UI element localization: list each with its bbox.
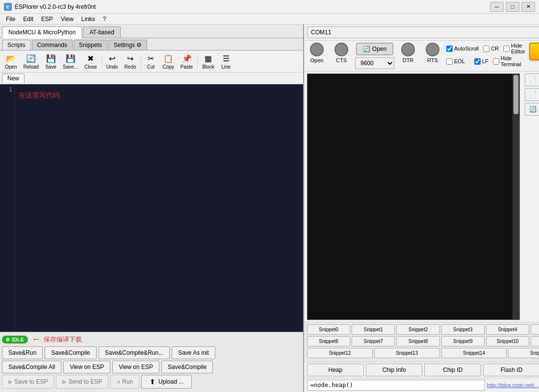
snippet12[interactable]: Snippet12 xyxy=(307,348,373,358)
terminal-thumb[interactable] xyxy=(513,75,518,114)
paste-icon: 📌 xyxy=(181,53,192,64)
app-icon: E xyxy=(4,3,12,11)
savecompilerun-button[interactable]: Save&Compile&Run... xyxy=(99,346,170,359)
chip-info-button[interactable]: Chip Info xyxy=(366,364,423,376)
send-input[interactable] xyxy=(307,380,485,391)
dtr-button[interactable]: DTR xyxy=(398,43,418,63)
copy-button[interactable]: 📋 Copy xyxy=(160,51,177,71)
saverun-button[interactable]: Save&Run xyxy=(2,346,43,359)
autoscroll-checkbox[interactable] xyxy=(446,46,453,52)
tab-snippets[interactable]: Snippets xyxy=(74,40,107,50)
rts-button[interactable]: RTS xyxy=(423,43,442,63)
snippet4[interactable]: Snippet4 xyxy=(486,324,529,335)
flash-id-button[interactable]: Flash ID xyxy=(483,364,539,376)
line-numbers: 1 xyxy=(0,84,15,332)
snippet8[interactable]: Snippet8 xyxy=(396,336,439,346)
snippet-row-2: Snippet12 Snippet13 Snippet14 Snippet15 xyxy=(307,348,539,358)
lf-checkbox[interactable] xyxy=(474,58,481,65)
eol-label: EOL xyxy=(454,58,465,64)
upload-button[interactable]: ⬆ Upload ... xyxy=(141,375,192,389)
cts-button[interactable]: CTS xyxy=(332,43,351,63)
bottom-btn-row-2: Save&Compile All View on ESP View on ESP… xyxy=(2,361,301,373)
savecompile2-button[interactable]: Save&Compile xyxy=(161,361,213,373)
title-bar: E ESPlorer v0.2.0-rc3 by 4refr0nt ─ □ ✕ xyxy=(0,0,539,14)
menu-edit[interactable]: Edit xyxy=(19,15,37,24)
undo-button[interactable]: ↩ Undo xyxy=(103,51,121,71)
eol-checkbox[interactable] xyxy=(446,58,453,65)
open-conn-button[interactable]: Open xyxy=(307,43,327,63)
snippet15[interactable]: Snippet15 xyxy=(508,348,539,358)
tab-commands[interactable]: Commands xyxy=(32,40,73,50)
snippet10[interactable]: Snippet10 xyxy=(486,336,529,346)
savecompileall-button[interactable]: Save&Compile All xyxy=(2,361,61,373)
snippet6[interactable]: Snippet6 xyxy=(307,336,350,346)
close-file-button[interactable]: ✖ Close xyxy=(81,51,100,71)
snippet14[interactable]: Snippet14 xyxy=(441,348,507,358)
save-button[interactable]: 💾 Save xyxy=(42,51,59,71)
minimize-button[interactable]: ─ xyxy=(490,2,504,12)
reload-button[interactable]: 🔄 Reload xyxy=(20,51,42,71)
menu-help[interactable]: ? xyxy=(99,15,110,24)
hide-terminal-checkbox[interactable] xyxy=(493,58,499,65)
reload-right-icon: 🔄 xyxy=(529,106,537,113)
menu-links[interactable]: Links xyxy=(77,15,99,24)
format-button[interactable]: 📄 Format xyxy=(525,74,539,86)
rts-indicator xyxy=(426,43,439,56)
snippet9[interactable]: Snippet9 xyxy=(441,336,485,346)
maximize-button[interactable]: □ xyxy=(506,2,519,12)
reload-right-button[interactable]: 🔄 Reload xyxy=(525,103,539,116)
hide-editor-label: Hide Editor xyxy=(511,43,525,54)
donate-button[interactable]: Donate xyxy=(529,43,539,60)
snippet13[interactable]: Snippet13 xyxy=(374,348,440,358)
editor-content[interactable]: 在这里写代码 xyxy=(15,84,303,332)
cr-checkbox[interactable] xyxy=(483,46,489,52)
menu-esp[interactable]: ESP xyxy=(37,15,57,24)
saveasinit-button[interactable]: Save As init xyxy=(172,346,215,359)
tab-new-file[interactable]: New xyxy=(2,74,25,83)
snippet11[interactable]: Snippet11 xyxy=(531,336,539,346)
menu-view[interactable]: View xyxy=(57,15,77,24)
open-serial-button[interactable]: 🔄 Open xyxy=(356,43,393,55)
snippet3[interactable]: Snippet3 xyxy=(441,324,485,335)
top-tabs: NodeMCU & MicroPython AT-based xyxy=(0,24,303,38)
block-button[interactable]: ▦ Block xyxy=(199,51,217,71)
open-button[interactable]: 📂 Open xyxy=(2,51,20,71)
save-to-esp-icon: ▶ xyxy=(8,378,13,385)
viewonesp2-button[interactable]: View on ESP xyxy=(112,361,159,373)
paste-button[interactable]: 📌 Paste xyxy=(178,51,196,71)
snippet5[interactable]: Snippet5 xyxy=(531,324,539,335)
sendtoesp-button[interactable]: ▶ Send to ESP xyxy=(56,375,108,389)
tab-settings[interactable]: Settings ⚙ xyxy=(108,40,148,50)
editor-area[interactable]: 1 在这里写代码 xyxy=(0,84,303,332)
bottom-area: IDLE ← 保存编译下载 Save&Run Save&Compile Save… xyxy=(0,332,303,392)
editor-placeholder: 在这里写代码 xyxy=(19,91,299,100)
menu-file[interactable]: File xyxy=(2,15,19,24)
heap-button[interactable]: Heap xyxy=(307,364,364,376)
baud-rate-select[interactable]: 9600 xyxy=(355,57,394,69)
redo-button[interactable]: ↪ Redo xyxy=(122,51,139,71)
snippet0[interactable]: Snippet0 xyxy=(307,324,350,335)
terminal-scrollbar[interactable] xyxy=(513,74,519,319)
close-button[interactable]: ✕ xyxy=(521,2,535,12)
viewonesp1-button[interactable]: View on ESP xyxy=(63,361,110,373)
savecompile-button[interactable]: Save&Compile xyxy=(45,346,96,359)
com-port-select[interactable]: COM11 xyxy=(307,26,539,38)
menu-bar: File Edit ESP View Links ? xyxy=(0,14,539,24)
tab-atbased[interactable]: AT-based xyxy=(83,26,120,38)
terminal-area[interactable] xyxy=(307,74,520,320)
chip-id-button[interactable]: Chip ID xyxy=(424,364,481,376)
snippet2[interactable]: Snippet2 xyxy=(396,324,439,335)
fsinfo-button[interactable]: 📄 FS Info xyxy=(525,88,539,101)
run-button[interactable]: ● Run xyxy=(110,375,139,389)
saveas-button[interactable]: 💾 Save... xyxy=(60,51,81,71)
tab-nodemcu[interactable]: NodeMCU & MicroPython xyxy=(2,26,82,38)
savetoesp-button[interactable]: ▶ Save to ESP xyxy=(2,375,54,389)
cut-button[interactable]: ✂ Cut xyxy=(143,51,159,71)
snippet1[interactable]: Snippet1 xyxy=(352,324,395,335)
snippet7[interactable]: Snippet7 xyxy=(352,336,395,346)
snippet-row-0: Snippet0 Snippet1 Snippet2 Snippet3 Snip… xyxy=(307,324,539,335)
tab-scripts[interactable]: Scripts xyxy=(2,40,31,50)
hide-editor-checkbox[interactable] xyxy=(503,46,510,52)
line-button[interactable]: ☰ Line xyxy=(218,51,234,71)
right-buttons-col: 📄 Format 📄 FS Info 🔄 Reload xyxy=(523,72,539,322)
